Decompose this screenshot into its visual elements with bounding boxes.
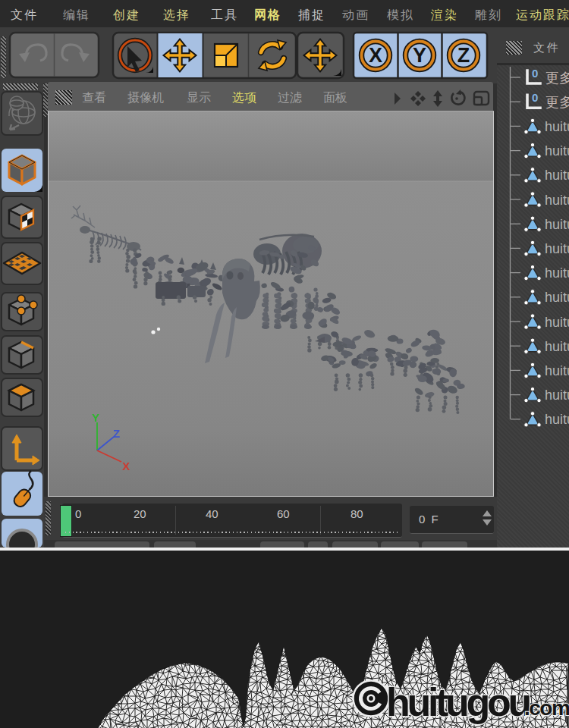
svg-text:huitugou: huitugou: [386, 680, 530, 724]
svg-text:X: X: [369, 44, 382, 67]
svg-text:huitugo: huitugo: [545, 143, 569, 158]
svg-text:.com: .com: [524, 696, 569, 720]
svg-text:huitugo: huitugo: [545, 388, 569, 403]
svg-text:huitugo: huitugo: [545, 193, 569, 208]
svg-text:huitugo: huitugo: [545, 315, 569, 330]
svg-text:huitugo: huitugo: [545, 363, 569, 378]
svg-text:Y: Y: [92, 411, 99, 424]
svg-text:huitugo: huitugo: [545, 412, 569, 427]
svg-text:huitugo: huitugo: [545, 217, 569, 232]
svg-text:huitugo: huitugo: [545, 265, 569, 281]
svg-text:更多选: 更多选: [545, 95, 569, 110]
svg-text:huitugo: huitugo: [545, 119, 569, 134]
svg-text:更多选: 更多选: [545, 71, 569, 86]
svg-text:huitugo: huitugo: [545, 241, 569, 256]
svg-text:Z: Z: [113, 427, 120, 440]
svg-text:Z: Z: [457, 44, 470, 67]
svg-text:Y: Y: [413, 44, 426, 67]
svg-text:huitugo: huitugo: [545, 168, 569, 183]
svg-text:huitugo: huitugo: [545, 339, 569, 354]
svg-text:huitugo: huitugo: [545, 290, 569, 305]
svg-text:X: X: [122, 460, 130, 472]
